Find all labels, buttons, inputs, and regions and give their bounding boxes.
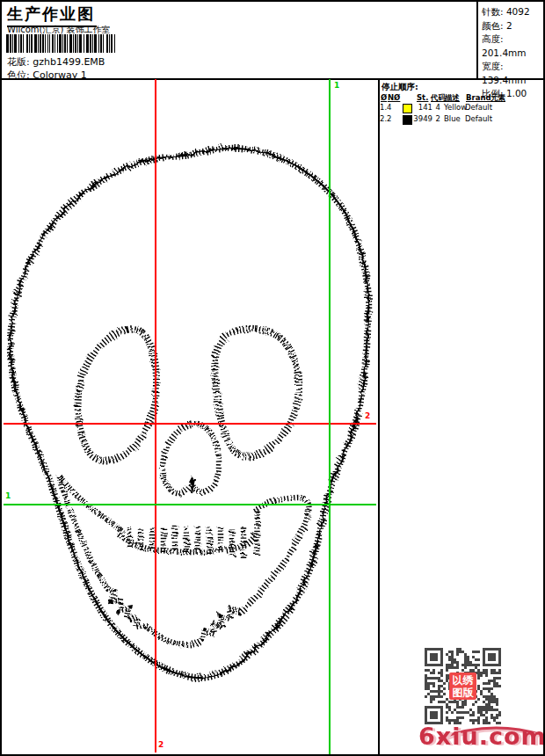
guide-label-2-bottom: 2	[158, 741, 164, 749]
nose-cavity	[163, 424, 219, 493]
mouth-and-jaw	[59, 476, 309, 644]
stamp-row1: 以绣	[449, 674, 476, 687]
guide-label-1-left: 1	[5, 492, 11, 500]
left-eye-socket	[78, 329, 156, 461]
stamp-row2: 图版	[449, 687, 476, 699]
guide-label-1-top: 1	[334, 82, 339, 90]
watermark-site: 6xiu.com	[418, 723, 545, 750]
production-worksheet: 生产作业图 Wilcom(汇京) 装饰工作室 花版: gzhb1499.EMB …	[0, 0, 545, 756]
red-vertical-guide	[155, 79, 156, 752]
skull-embroidery-design	[2, 2, 545, 756]
red-horizontal-guide	[4, 423, 376, 425]
right-eye-socket	[214, 329, 299, 457]
teeth	[129, 525, 243, 558]
guide-label-2-right: 2	[365, 412, 370, 420]
skull-outline	[11, 149, 368, 678]
green-vertical-guide	[329, 79, 331, 754]
red-seal-stamp: 以绣 图版	[449, 672, 476, 700]
green-horizontal-guide	[4, 504, 376, 505]
